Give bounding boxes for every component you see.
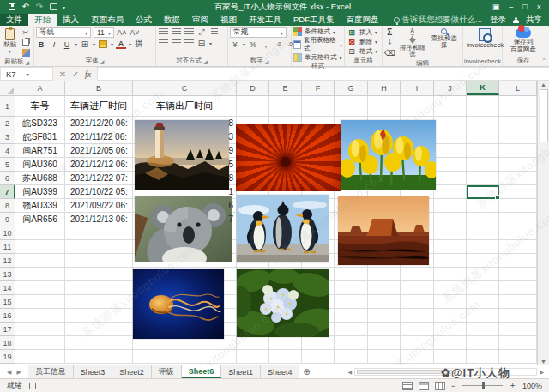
cell-L14[interactable] <box>499 281 537 295</box>
cell-J7[interactable] <box>434 185 467 199</box>
cell-K9[interactable] <box>467 213 499 226</box>
cell-B13[interactable] <box>65 268 133 281</box>
phonetic-icon[interactable]: 拼 <box>134 39 144 49</box>
photo-hydrangea[interactable] <box>237 269 329 337</box>
cell-J16[interactable] <box>434 309 467 323</box>
cell-H17[interactable] <box>368 323 401 336</box>
vertical-scroll-thumb[interactable] <box>540 89 548 142</box>
align-right-icon[interactable] <box>184 39 194 48</box>
cell-C1[interactable]: 车辆出厂时间 <box>133 96 237 117</box>
touch-mode-icon[interactable] <box>49 3 57 11</box>
alignment-launcher[interactable]: ◢ <box>203 58 208 64</box>
cell-L4[interactable] <box>499 144 537 158</box>
delete-cells-button[interactable]: ⊠删除▾ <box>347 37 380 46</box>
cell-H15[interactable] <box>368 295 401 309</box>
row-header-10[interactable]: 10 <box>0 226 15 240</box>
number-format-select[interactable]: 常规▾ <box>230 27 287 38</box>
cell-L8[interactable] <box>499 199 537 213</box>
photo-red-chrysanthemum[interactable] <box>236 124 341 191</box>
italic-button[interactable]: I <box>49 39 59 49</box>
cell-L18[interactable] <box>499 336 537 350</box>
cell-G15[interactable] <box>335 295 368 309</box>
cell-J13[interactable] <box>434 268 467 281</box>
scroll-up-icon[interactable]: ▲ <box>540 81 546 87</box>
macro-record-icon[interactable] <box>29 383 36 389</box>
cell-L11[interactable] <box>499 240 537 254</box>
share-button[interactable]: 共享 <box>526 15 542 26</box>
cell-H14[interactable] <box>368 281 401 295</box>
cell-B5[interactable]: 2021/12/12 06: <box>65 158 133 172</box>
cell-K19[interactable] <box>467 350 499 364</box>
column-header-D[interactable]: D <box>237 81 269 95</box>
column-header-A[interactable]: A <box>15 81 65 95</box>
cell-D1[interactable] <box>237 96 269 117</box>
cell-F1[interactable] <box>302 96 335 117</box>
zoom-level[interactable]: 100% <box>522 382 542 390</box>
find-select-button[interactable]: 查找和选择 <box>430 27 459 50</box>
format-as-table-button[interactable]: 套用表格格式▾ <box>293 36 342 53</box>
cell-J5[interactable] <box>434 158 467 172</box>
cell-A13[interactable] <box>15 268 65 281</box>
row-header-6[interactable]: 6 <box>0 172 15 185</box>
cell-B14[interactable] <box>65 281 133 295</box>
wrap-text-icon[interactable] <box>209 27 220 37</box>
row-header-5[interactable]: 5 <box>0 158 15 172</box>
cell-J19[interactable] <box>434 350 467 364</box>
increase-decimal-icon[interactable]: .0 <box>274 39 284 49</box>
percent-style-icon[interactable]: % <box>248 39 258 49</box>
row-header-16[interactable]: 16 <box>0 309 15 323</box>
close-icon[interactable]: × <box>537 3 541 11</box>
ribbon-tab-插入[interactable]: 插入 <box>57 14 85 26</box>
cell-L13[interactable] <box>499 268 537 281</box>
cell-I14[interactable] <box>401 281 434 295</box>
cell-K17[interactable] <box>467 323 499 336</box>
cell-E18[interactable] <box>269 336 302 350</box>
cell-L3[interactable] <box>499 130 537 144</box>
cell-A15[interactable] <box>15 295 65 309</box>
cell-B19[interactable] <box>65 350 133 364</box>
cell-B8[interactable]: 2021/09/22 06: <box>65 199 133 213</box>
save-icon[interactable] <box>8 3 16 11</box>
cell-K6[interactable] <box>467 172 499 185</box>
new-sheet-button[interactable]: ⊕ <box>299 365 313 378</box>
restore-icon[interactable]: □ <box>522 3 527 11</box>
cell-B17[interactable] <box>65 323 133 336</box>
normal-view-icon[interactable] <box>402 382 413 390</box>
zoom-slider-thumb[interactable] <box>482 382 485 389</box>
save-to-netdisk-button[interactable]: 保存到百度网盘 <box>509 27 538 54</box>
cell-B9[interactable]: 2021/12/13 06: <box>65 213 133 226</box>
insert-function-icon[interactable]: fx <box>85 69 91 79</box>
row-header-9[interactable]: 9 <box>0 213 15 226</box>
row-header-1[interactable]: 1 <box>0 96 15 117</box>
fill-color-icon[interactable] <box>98 39 108 49</box>
sheet-tab-评级[interactable]: 评级 <box>152 365 182 378</box>
cell-H13[interactable] <box>368 268 401 281</box>
bold-button[interactable]: B <box>36 39 46 49</box>
cell-A12[interactable] <box>15 254 65 268</box>
cell-B6[interactable]: 2021/12/22 07: <box>65 172 133 185</box>
tab-scroll-left-icon[interactable]: ◀ <box>7 369 11 376</box>
format-painter-icon[interactable] <box>21 48 31 57</box>
paste-button[interactable]: 粘贴▾ <box>2 27 18 55</box>
underline-button[interactable]: U <box>62 39 72 49</box>
cell-L16[interactable] <box>499 309 537 323</box>
cell-H16[interactable] <box>368 309 401 323</box>
sheet-tab-Sheet1[interactable]: Sheet1 <box>221 365 261 378</box>
cell-G18[interactable] <box>335 336 368 350</box>
cell-I16[interactable] <box>401 309 434 323</box>
ribbon-tab-视图[interactable]: 视图 <box>214 14 243 26</box>
row-header-17[interactable]: 17 <box>0 323 15 336</box>
undo-icon[interactable]: ↶ <box>21 3 30 11</box>
clear-icon[interactable]: ⌫ <box>384 48 395 57</box>
cell-E19[interactable] <box>269 350 302 364</box>
cell-K1[interactable] <box>467 96 499 117</box>
font-color-icon[interactable]: A <box>116 39 126 49</box>
align-middle-icon[interactable] <box>171 27 181 37</box>
cut-icon[interactable]: ✂ <box>21 27 31 37</box>
cell-G1[interactable] <box>335 96 368 117</box>
cell-I13[interactable] <box>401 268 434 281</box>
photo-desert-butte[interactable] <box>338 196 429 265</box>
row-header-11[interactable]: 11 <box>0 240 15 254</box>
cell-I19[interactable] <box>401 350 434 364</box>
cell-J15[interactable] <box>434 295 467 309</box>
